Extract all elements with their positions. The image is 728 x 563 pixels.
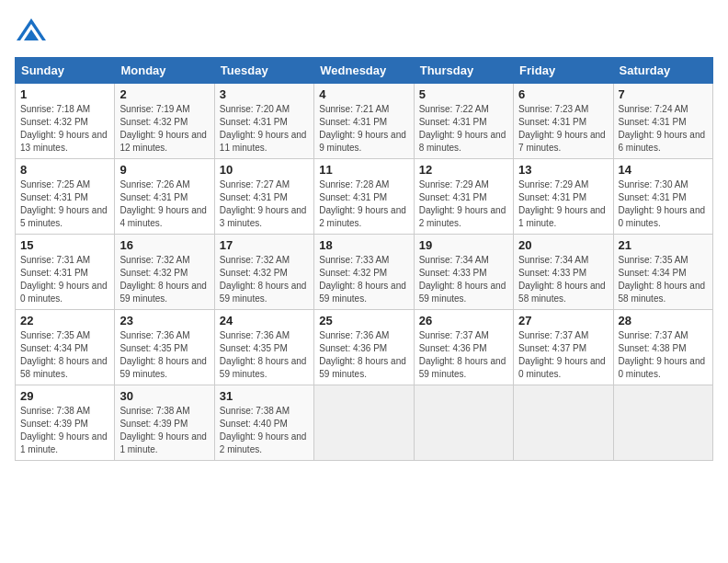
day-number: 26: [419, 314, 508, 327]
day-info: Sunrise: 7:38 AM Sunset: 4:39 PM Dayligh…: [119, 405, 209, 456]
calendar-table: SundayMondayTuesdayWednesdayThursdayFrid…: [15, 57, 713, 461]
day-cell: 29Sunrise: 7:38 AM Sunset: 4:39 PM Dayli…: [16, 385, 115, 461]
day-info: Sunrise: 7:32 AM Sunset: 4:32 PM Dayligh…: [220, 254, 309, 305]
day-cell: 28Sunrise: 7:37 AM Sunset: 4:38 PM Dayli…: [613, 310, 712, 385]
day-number: 22: [20, 314, 109, 327]
day-cell: 17Sunrise: 7:32 AM Sunset: 4:32 PM Dayli…: [214, 235, 313, 310]
day-number: 20: [518, 238, 608, 252]
day-info: Sunrise: 7:36 AM Sunset: 4:35 PM Dayligh…: [119, 329, 209, 381]
day-number: 31: [220, 389, 309, 403]
day-info: Sunrise: 7:24 AM Sunset: 4:31 PM Dayligh…: [619, 103, 708, 155]
day-number: 23: [119, 314, 209, 327]
day-info: Sunrise: 7:34 AM Sunset: 4:33 PM Dayligh…: [419, 254, 508, 305]
logo-icon: [15, 15, 48, 48]
day-cell: 3Sunrise: 7:20 AM Sunset: 4:31 PM Daylig…: [214, 84, 313, 159]
weekday-header-monday: Monday: [115, 58, 214, 84]
day-cell: 8Sunrise: 7:25 AM Sunset: 4:31 PM Daylig…: [16, 159, 115, 235]
day-number: 5: [419, 87, 508, 101]
page-header: [15, 15, 713, 48]
day-info: Sunrise: 7:18 AM Sunset: 4:32 PM Dayligh…: [20, 103, 109, 155]
week-row-1: 1Sunrise: 7:18 AM Sunset: 4:32 PM Daylig…: [16, 84, 713, 159]
day-cell: 31Sunrise: 7:38 AM Sunset: 4:40 PM Dayli…: [214, 385, 313, 461]
day-cell: 23Sunrise: 7:36 AM Sunset: 4:35 PM Dayli…: [115, 310, 214, 385]
weekday-header-wednesday: Wednesday: [314, 58, 414, 84]
day-cell: 27Sunrise: 7:37 AM Sunset: 4:37 PM Dayli…: [514, 310, 613, 385]
day-info: Sunrise: 7:32 AM Sunset: 4:32 PM Dayligh…: [119, 254, 209, 305]
day-info: Sunrise: 7:38 AM Sunset: 4:39 PM Dayligh…: [20, 405, 109, 456]
day-info: Sunrise: 7:29 AM Sunset: 4:31 PM Dayligh…: [419, 178, 508, 230]
day-cell: 10Sunrise: 7:27 AM Sunset: 4:31 PM Dayli…: [214, 159, 313, 235]
day-info: Sunrise: 7:38 AM Sunset: 4:40 PM Dayligh…: [220, 405, 309, 456]
day-cell: [314, 385, 414, 461]
day-number: 15: [20, 238, 109, 252]
day-number: 11: [319, 163, 408, 177]
day-number: 7: [619, 87, 708, 101]
day-cell: 1Sunrise: 7:18 AM Sunset: 4:32 PM Daylig…: [16, 84, 115, 159]
day-info: Sunrise: 7:29 AM Sunset: 4:31 PM Dayligh…: [518, 178, 608, 230]
day-info: Sunrise: 7:30 AM Sunset: 4:31 PM Dayligh…: [619, 178, 708, 230]
day-number: 1: [20, 87, 109, 101]
weekday-header-row: SundayMondayTuesdayWednesdayThursdayFrid…: [16, 58, 713, 84]
day-cell: 6Sunrise: 7:23 AM Sunset: 4:31 PM Daylig…: [514, 84, 613, 159]
day-cell: 12Sunrise: 7:29 AM Sunset: 4:31 PM Dayli…: [414, 159, 513, 235]
day-cell: 2Sunrise: 7:19 AM Sunset: 4:32 PM Daylig…: [115, 84, 214, 159]
day-number: 4: [319, 87, 408, 101]
day-info: Sunrise: 7:21 AM Sunset: 4:31 PM Dayligh…: [319, 103, 408, 155]
day-info: Sunrise: 7:37 AM Sunset: 4:37 PM Dayligh…: [518, 329, 608, 381]
day-cell: 25Sunrise: 7:36 AM Sunset: 4:36 PM Dayli…: [314, 310, 414, 385]
day-info: Sunrise: 7:28 AM Sunset: 4:31 PM Dayligh…: [319, 178, 408, 230]
day-number: 16: [119, 238, 209, 252]
week-row-2: 8Sunrise: 7:25 AM Sunset: 4:31 PM Daylig…: [16, 159, 713, 235]
day-number: 28: [619, 314, 708, 327]
day-number: 6: [518, 87, 608, 101]
day-number: 29: [20, 389, 109, 403]
day-info: Sunrise: 7:26 AM Sunset: 4:31 PM Dayligh…: [119, 178, 209, 230]
day-number: 19: [419, 238, 508, 252]
day-info: Sunrise: 7:36 AM Sunset: 4:35 PM Dayligh…: [220, 329, 309, 381]
day-info: Sunrise: 7:23 AM Sunset: 4:31 PM Dayligh…: [518, 103, 608, 155]
day-cell: 5Sunrise: 7:22 AM Sunset: 4:31 PM Daylig…: [414, 84, 513, 159]
day-cell: 19Sunrise: 7:34 AM Sunset: 4:33 PM Dayli…: [414, 235, 513, 310]
day-info: Sunrise: 7:37 AM Sunset: 4:38 PM Dayligh…: [619, 329, 708, 381]
day-number: 27: [518, 314, 608, 327]
week-row-5: 29Sunrise: 7:38 AM Sunset: 4:39 PM Dayli…: [16, 385, 713, 461]
day-info: Sunrise: 7:33 AM Sunset: 4:32 PM Dayligh…: [319, 254, 408, 305]
day-cell: 4Sunrise: 7:21 AM Sunset: 4:31 PM Daylig…: [314, 84, 414, 159]
day-cell: 11Sunrise: 7:28 AM Sunset: 4:31 PM Dayli…: [314, 159, 414, 235]
day-cell: 9Sunrise: 7:26 AM Sunset: 4:31 PM Daylig…: [115, 159, 214, 235]
day-cell: 16Sunrise: 7:32 AM Sunset: 4:32 PM Dayli…: [115, 235, 214, 310]
day-cell: 22Sunrise: 7:35 AM Sunset: 4:34 PM Dayli…: [16, 310, 115, 385]
day-info: Sunrise: 7:27 AM Sunset: 4:31 PM Dayligh…: [220, 178, 309, 230]
day-info: Sunrise: 7:20 AM Sunset: 4:31 PM Dayligh…: [220, 103, 309, 155]
day-cell: 14Sunrise: 7:30 AM Sunset: 4:31 PM Dayli…: [613, 159, 712, 235]
day-cell: 30Sunrise: 7:38 AM Sunset: 4:39 PM Dayli…: [115, 385, 214, 461]
day-cell: [414, 385, 513, 461]
day-number: 21: [619, 238, 708, 252]
logo: [15, 15, 51, 48]
day-number: 10: [220, 163, 309, 177]
week-row-3: 15Sunrise: 7:31 AM Sunset: 4:31 PM Dayli…: [16, 235, 713, 310]
day-number: 13: [518, 163, 608, 177]
day-number: 3: [220, 87, 309, 101]
day-cell: [514, 385, 613, 461]
day-cell: 18Sunrise: 7:33 AM Sunset: 4:32 PM Dayli…: [314, 235, 414, 310]
day-info: Sunrise: 7:22 AM Sunset: 4:31 PM Dayligh…: [419, 103, 508, 155]
day-cell: 7Sunrise: 7:24 AM Sunset: 4:31 PM Daylig…: [613, 84, 712, 159]
weekday-header-sunday: Sunday: [16, 58, 115, 84]
weekday-header-friday: Friday: [514, 58, 613, 84]
day-info: Sunrise: 7:25 AM Sunset: 4:31 PM Dayligh…: [20, 178, 109, 230]
weekday-header-thursday: Thursday: [414, 58, 513, 84]
day-info: Sunrise: 7:35 AM Sunset: 4:34 PM Dayligh…: [20, 329, 109, 381]
day-number: 12: [419, 163, 508, 177]
day-cell: 20Sunrise: 7:34 AM Sunset: 4:33 PM Dayli…: [514, 235, 613, 310]
day-cell: 24Sunrise: 7:36 AM Sunset: 4:35 PM Dayli…: [214, 310, 313, 385]
day-info: Sunrise: 7:31 AM Sunset: 4:31 PM Dayligh…: [20, 254, 109, 305]
day-cell: [613, 385, 712, 461]
week-row-4: 22Sunrise: 7:35 AM Sunset: 4:34 PM Dayli…: [16, 310, 713, 385]
day-number: 18: [319, 238, 408, 252]
day-number: 8: [20, 163, 109, 177]
day-number: 25: [319, 314, 408, 327]
day-cell: 21Sunrise: 7:35 AM Sunset: 4:34 PM Dayli…: [613, 235, 712, 310]
day-number: 9: [119, 163, 209, 177]
day-info: Sunrise: 7:19 AM Sunset: 4:32 PM Dayligh…: [119, 103, 209, 155]
